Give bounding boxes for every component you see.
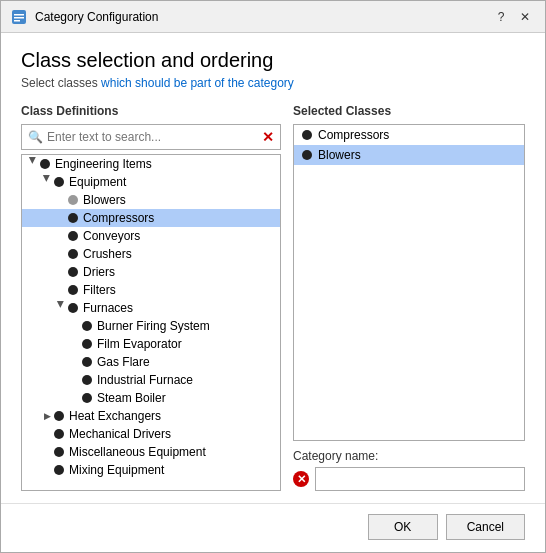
tree-text-equipment: Equipment	[69, 175, 126, 189]
dot-gasflare	[82, 357, 92, 367]
tree-item-miscequipment[interactable]: ▶Miscellaneous Equipment	[22, 443, 280, 461]
svg-rect-2	[14, 17, 24, 19]
selected-text-sel-blowers: Blowers	[318, 148, 361, 162]
ok-button[interactable]: OK	[368, 514, 438, 540]
tree-item-conveyors[interactable]: ▶Conveyors	[22, 227, 280, 245]
subtitle-start: Select classes	[21, 76, 101, 90]
title-bar-controls: ? ✕	[491, 7, 535, 27]
category-name-label: Category name:	[293, 449, 525, 463]
right-panel-label: Selected Classes	[293, 104, 525, 118]
tree-text-heatexchangers: Heat Exchangers	[69, 409, 161, 423]
tree-text-gasflare: Gas Flare	[97, 355, 150, 369]
tree-text-conveyors: Conveyors	[83, 229, 140, 243]
tree-text-driers: Driers	[83, 265, 115, 279]
dot-industrial	[82, 375, 92, 385]
category-error-icon: ✕	[293, 471, 309, 487]
category-section: Category name: ✕	[293, 449, 525, 491]
dot-miscequipment	[54, 447, 64, 457]
help-button[interactable]: ?	[491, 7, 511, 27]
tree-text-furnaces: Furnaces	[83, 301, 133, 315]
window-title: Category Configuration	[35, 10, 158, 24]
tree-item-steamboiler[interactable]: ▶Steam Boiler	[22, 389, 280, 407]
tree-item-film[interactable]: ▶Film Evaporator	[22, 335, 280, 353]
dot-driers	[68, 267, 78, 277]
search-box[interactable]: 🔍 ✕	[21, 124, 281, 150]
tree-item-gasflare[interactable]: ▶Gas Flare	[22, 353, 280, 371]
tree-item-mixingequipment[interactable]: ▶Mixing Equipment	[22, 461, 280, 479]
button-row: OK Cancel	[1, 503, 545, 552]
selected-classes-list[interactable]: CompressorsBlowers	[293, 124, 525, 441]
class-tree[interactable]: ▶Engineering Items▶Equipment▶Blowers▶Com…	[21, 154, 281, 491]
main-content: Class selection and ordering Select clas…	[1, 33, 545, 503]
dot-steamboiler	[82, 393, 92, 403]
svg-rect-1	[14, 14, 24, 16]
tree-item-industrial[interactable]: ▶Industrial Furnace	[22, 371, 280, 389]
search-icon: 🔍	[28, 130, 43, 144]
tree-item-mechanicaldrivers[interactable]: ▶Mechanical Drivers	[22, 425, 280, 443]
selected-item-sel-blowers[interactable]: Blowers	[294, 145, 524, 165]
dot-blowers	[68, 195, 78, 205]
tree-item-burner[interactable]: ▶Burner Firing System	[22, 317, 280, 335]
tree-text-engineering: Engineering Items	[55, 157, 152, 171]
tree-text-compressors: Compressors	[83, 211, 154, 225]
tree-text-filters: Filters	[83, 283, 116, 297]
dot-heatexchangers	[54, 411, 64, 421]
dot-film	[82, 339, 92, 349]
tree-text-film: Film Evaporator	[97, 337, 182, 351]
tree-item-filters[interactable]: ▶Filters	[22, 281, 280, 299]
tree-text-steamboiler: Steam Boiler	[97, 391, 166, 405]
title-bar-left: Category Configuration	[11, 9, 158, 25]
tree-item-driers[interactable]: ▶Driers	[22, 263, 280, 281]
close-button[interactable]: ✕	[515, 7, 535, 27]
dot-engineering	[40, 159, 50, 169]
tree-item-engineering[interactable]: ▶Engineering Items	[22, 155, 280, 173]
selected-dot-sel-compressors	[302, 130, 312, 140]
page-subtitle: Select classes which should be part of t…	[21, 76, 525, 90]
tree-text-crushers: Crushers	[83, 247, 132, 261]
tree-text-industrial: Industrial Furnace	[97, 373, 193, 387]
tree-arrow-heatexchangers: ▶	[40, 411, 54, 421]
dot-equipment	[54, 177, 64, 187]
category-input-row: ✕	[293, 467, 525, 491]
dot-compressors	[68, 213, 78, 223]
left-panel: Class Definitions 🔍 ✕ ▶Engineering Items…	[21, 104, 281, 491]
dot-burner	[82, 321, 92, 331]
dot-crushers	[68, 249, 78, 259]
svg-rect-3	[14, 20, 20, 22]
tree-arrow-furnaces: ▶	[56, 301, 66, 315]
panels: Class Definitions 🔍 ✕ ▶Engineering Items…	[21, 104, 525, 491]
tree-item-furnaces[interactable]: ▶Furnaces	[22, 299, 280, 317]
dot-conveyors	[68, 231, 78, 241]
tree-text-blowers: Blowers	[83, 193, 126, 207]
tree-text-mixingequipment: Mixing Equipment	[69, 463, 164, 477]
search-clear-icon[interactable]: ✕	[262, 129, 274, 145]
left-panel-label: Class Definitions	[21, 104, 281, 118]
dot-mixingequipment	[54, 465, 64, 475]
tree-item-compressors[interactable]: ▶Compressors	[22, 209, 280, 227]
selected-text-sel-compressors: Compressors	[318, 128, 389, 142]
tree-item-heatexchangers[interactable]: ▶Heat Exchangers	[22, 407, 280, 425]
tree-arrow-equipment: ▶	[42, 175, 52, 189]
selected-item-sel-compressors[interactable]: Compressors	[294, 125, 524, 145]
tree-text-mechanicaldrivers: Mechanical Drivers	[69, 427, 171, 441]
category-name-input[interactable]	[315, 467, 525, 491]
dot-mechanicaldrivers	[54, 429, 64, 439]
subtitle-link[interactable]: which should be part of the category	[101, 76, 294, 90]
page-title: Class selection and ordering	[21, 49, 525, 72]
search-input[interactable]	[47, 130, 262, 144]
selected-dot-sel-blowers	[302, 150, 312, 160]
dot-filters	[68, 285, 78, 295]
dot-furnaces	[68, 303, 78, 313]
tree-item-crushers[interactable]: ▶Crushers	[22, 245, 280, 263]
title-bar: Category Configuration ? ✕	[1, 1, 545, 33]
tree-item-equipment[interactable]: ▶Equipment	[22, 173, 280, 191]
window-icon	[11, 9, 27, 25]
tree-text-burner: Burner Firing System	[97, 319, 210, 333]
tree-arrow-engineering: ▶	[28, 157, 38, 171]
tree-text-miscequipment: Miscellaneous Equipment	[69, 445, 206, 459]
right-panel: Selected Classes CompressorsBlowers Cate…	[293, 104, 525, 491]
cancel-button[interactable]: Cancel	[446, 514, 525, 540]
main-window: Category Configuration ? ✕ Class selecti…	[0, 0, 546, 553]
tree-item-blowers[interactable]: ▶Blowers	[22, 191, 280, 209]
